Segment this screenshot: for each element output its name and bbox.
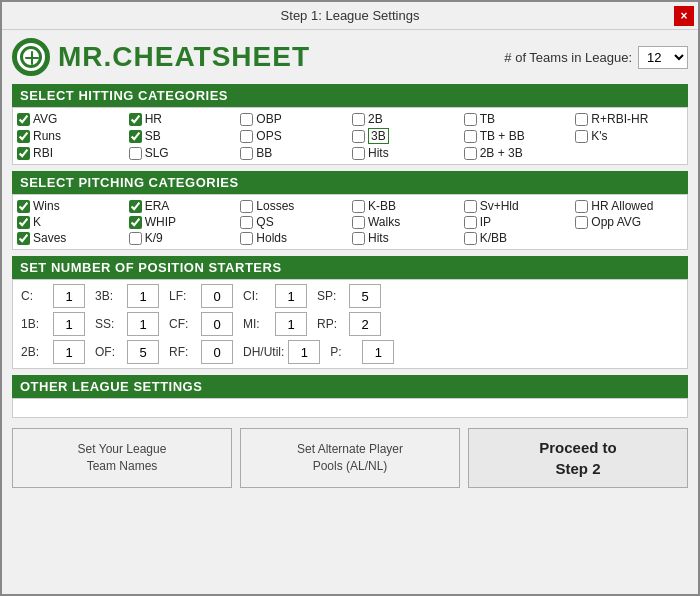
pos-lf: LF: xyxy=(169,284,233,308)
cat-3b[interactable]: 3B xyxy=(352,128,460,144)
pos-1b: 1B: xyxy=(21,312,85,336)
check-kbb[interactable] xyxy=(352,200,365,213)
check-sb[interactable] xyxy=(129,130,142,143)
cat-tb[interactable]: TB xyxy=(464,112,572,126)
check-k9[interactable] xyxy=(129,232,142,245)
starters-row-2: 1B: SS: CF: MI: xyxy=(21,312,679,336)
check-3b[interactable] xyxy=(352,130,365,143)
cat-hr[interactable]: HR xyxy=(129,112,237,126)
cat-ops[interactable]: OPS xyxy=(240,128,348,144)
cat-saves[interactable]: Saves xyxy=(17,231,125,245)
team-names-button[interactable]: Set Your LeagueTeam Names xyxy=(12,428,232,488)
cat-bb[interactable]: BB xyxy=(240,146,348,160)
cat-hrallowed[interactable]: HR Allowed xyxy=(575,199,683,213)
check-rbi[interactable] xyxy=(17,147,30,160)
cat-2b3b[interactable]: 2B + 3B xyxy=(464,146,572,160)
pos-dhutil-input[interactable] xyxy=(288,340,320,364)
check-slg[interactable] xyxy=(129,147,142,160)
cat-obp[interactable]: OBP xyxy=(240,112,348,126)
check-ks[interactable] xyxy=(575,130,588,143)
cat-era[interactable]: ERA xyxy=(129,199,237,213)
cat-avg[interactable]: AVG xyxy=(17,112,125,126)
pos-3b-label: 3B: xyxy=(95,289,123,303)
cat-tbbb[interactable]: TB + BB xyxy=(464,128,572,144)
cat-hits-h[interactable]: Hits xyxy=(352,146,460,160)
check-kbb2[interactable] xyxy=(464,232,477,245)
pos-of-input[interactable] xyxy=(127,340,159,364)
check-svhld[interactable] xyxy=(464,200,477,213)
check-hrallowed[interactable] xyxy=(575,200,588,213)
check-hits-p[interactable] xyxy=(352,232,365,245)
pos-sp-input[interactable] xyxy=(349,284,381,308)
cat-ip[interactable]: IP xyxy=(464,215,572,229)
other-section: OTHER LEAGUE SETTINGS xyxy=(12,375,688,418)
check-walks[interactable] xyxy=(352,216,365,229)
pos-rf-input[interactable] xyxy=(201,340,233,364)
check-oppavg[interactable] xyxy=(575,216,588,229)
check-whip[interactable] xyxy=(129,216,142,229)
check-saves[interactable] xyxy=(17,232,30,245)
cat-ks[interactable]: K's xyxy=(575,128,683,144)
check-2b3b[interactable] xyxy=(464,147,477,160)
teams-label: # of Teams in League: xyxy=(504,50,632,65)
cat-kbb[interactable]: K-BB xyxy=(352,199,460,213)
cat-hits-p[interactable]: Hits xyxy=(352,231,460,245)
check-holds[interactable] xyxy=(240,232,253,245)
cat-2b[interactable]: 2B xyxy=(352,112,460,126)
check-tbbb[interactable] xyxy=(464,130,477,143)
cat-slg[interactable]: SLG xyxy=(129,146,237,160)
cat-walks[interactable]: Walks xyxy=(352,215,460,229)
pos-2b-input[interactable] xyxy=(53,340,85,364)
pos-3b-input[interactable] xyxy=(127,284,159,308)
cat-rbi[interactable]: RBI xyxy=(17,146,125,160)
cat-oppavg[interactable]: Opp AVG xyxy=(575,215,683,229)
check-avg[interactable] xyxy=(17,113,30,126)
check-losses[interactable] xyxy=(240,200,253,213)
check-obp[interactable] xyxy=(240,113,253,126)
hitting-categories-grid: AVG HR OBP 2B TB R+RBI-HR Runs SB OPS 3B… xyxy=(12,107,688,165)
baseball-icon xyxy=(20,46,42,68)
pos-mi-input[interactable] xyxy=(275,312,307,336)
check-ip[interactable] xyxy=(464,216,477,229)
cat-k9[interactable]: K/9 xyxy=(129,231,237,245)
teams-select[interactable]: 8 10 12 14 16 xyxy=(638,46,688,69)
cat-whip[interactable]: WHIP xyxy=(129,215,237,229)
pos-ci-input[interactable] xyxy=(275,284,307,308)
pos-c-input[interactable] xyxy=(53,284,85,308)
check-hits-h[interactable] xyxy=(352,147,365,160)
pos-cf-input[interactable] xyxy=(201,312,233,336)
starters-row-3: 2B: OF: RF: DH/Util: xyxy=(21,340,679,364)
window-title: Step 1: League Settings xyxy=(281,8,420,23)
check-hr[interactable] xyxy=(129,113,142,126)
check-2b[interactable] xyxy=(352,113,365,126)
check-wins[interactable] xyxy=(17,200,30,213)
cat-holds[interactable]: Holds xyxy=(240,231,348,245)
pos-1b-input[interactable] xyxy=(53,312,85,336)
close-button[interactable]: × xyxy=(674,6,694,26)
pos-ss-input[interactable] xyxy=(127,312,159,336)
pos-lf-input[interactable] xyxy=(201,284,233,308)
check-era[interactable] xyxy=(129,200,142,213)
cat-kbb2[interactable]: K/BB xyxy=(464,231,572,245)
pos-p-label: P: xyxy=(330,345,358,359)
cat-rpbirhr[interactable]: R+RBI-HR xyxy=(575,112,683,126)
check-qs[interactable] xyxy=(240,216,253,229)
cat-losses[interactable]: Losses xyxy=(240,199,348,213)
proceed-button[interactable]: Proceed toStep 2 xyxy=(468,428,688,488)
cat-wins[interactable]: Wins xyxy=(17,199,125,213)
check-k[interactable] xyxy=(17,216,30,229)
pos-dhutil-label: DH/Util: xyxy=(243,345,284,359)
cat-runs[interactable]: Runs xyxy=(17,128,125,144)
check-runs[interactable] xyxy=(17,130,30,143)
check-ops[interactable] xyxy=(240,130,253,143)
check-bb[interactable] xyxy=(240,147,253,160)
check-tb[interactable] xyxy=(464,113,477,126)
pos-rp-input[interactable] xyxy=(349,312,381,336)
cat-svhld[interactable]: Sv+Hld xyxy=(464,199,572,213)
pos-p-input[interactable] xyxy=(362,340,394,364)
cat-qs[interactable]: QS xyxy=(240,215,348,229)
cat-sb[interactable]: SB xyxy=(129,128,237,144)
cat-k[interactable]: K xyxy=(17,215,125,229)
alt-pools-button[interactable]: Set Alternate PlayerPools (AL/NL) xyxy=(240,428,460,488)
check-rpbirhr[interactable] xyxy=(575,113,588,126)
